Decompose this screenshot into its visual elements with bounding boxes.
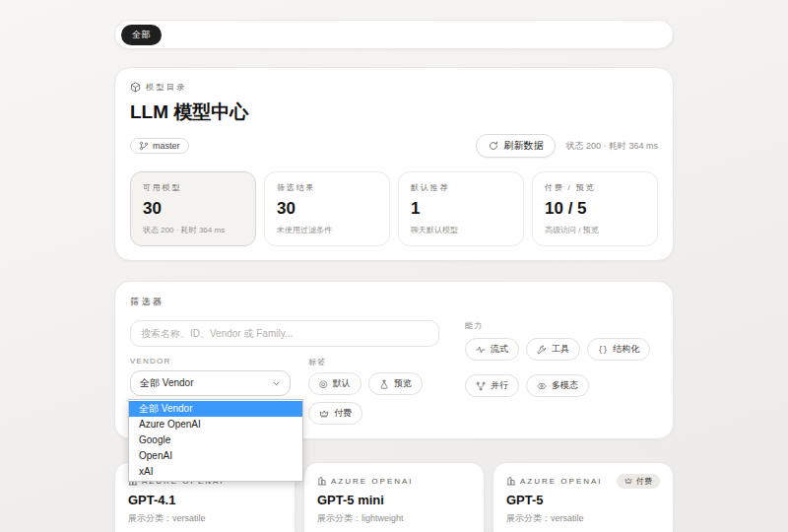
stat-value: 30 xyxy=(277,199,377,219)
eye-icon xyxy=(537,381,547,391)
fork-icon xyxy=(476,381,486,391)
refresh-button-label: 刷新数据 xyxy=(503,139,543,153)
refresh-icon xyxy=(489,141,498,151)
stat-card-paid-preview: 付费 / 预览 10 / 5 高级访问 / 预览 xyxy=(532,171,658,246)
building-icon xyxy=(506,476,516,486)
vendor-name: AZURE OPENAI xyxy=(331,477,414,486)
vendor-option-azure-openai[interactable]: Azure OpenAI xyxy=(129,417,302,432)
model-category: 展示分类：lightweight xyxy=(317,512,471,525)
model-title: GPT-5 xyxy=(506,493,660,507)
capability-chip-label: 并行 xyxy=(491,379,508,392)
catalog-eyebrow: 模型目录 xyxy=(130,82,658,93)
search-input[interactable] xyxy=(130,320,439,347)
vendor-select[interactable]: 全部 Vendor xyxy=(130,370,291,396)
vendor-label: VENDOR xyxy=(130,357,291,366)
crown-icon xyxy=(319,409,329,419)
git-branch-icon xyxy=(139,141,149,151)
stat-value: 1 xyxy=(411,199,511,219)
page: 全部 模型目录 LLM 模型中心 master 刷新数据 xyxy=(114,0,674,532)
crown-icon xyxy=(624,477,632,485)
branch-badge-label: master xyxy=(153,141,180,151)
stat-card-available: 可用模型 30 状态 200 · 耗时 364 ms xyxy=(130,171,256,246)
all-filter-button[interactable]: 全部 xyxy=(121,25,162,45)
paid-badge-label: 付费 xyxy=(636,476,652,487)
tag-chip-label: 预览 xyxy=(394,377,412,390)
stat-label: 付费 / 预览 xyxy=(545,182,645,193)
stat-label: 筛选结果 xyxy=(277,182,377,193)
capabilities-label: 能力 xyxy=(465,320,658,331)
capability-chip-stream[interactable]: 流式 xyxy=(465,338,519,361)
tags-label: 标签 xyxy=(308,357,439,367)
branch-badge: master xyxy=(130,138,189,154)
target-icon xyxy=(319,379,328,389)
vendor-option-openai[interactable]: OpenAI xyxy=(129,448,302,464)
capability-chip-multimodal[interactable]: 多模态 xyxy=(526,374,589,397)
model-title: GPT-4.1 xyxy=(128,493,282,507)
capability-chip-tools[interactable]: 工具 xyxy=(526,338,580,361)
vendor-select-value: 全部 Vendor xyxy=(140,376,193,390)
chevron-down-icon xyxy=(272,379,281,388)
capability-chip-label: 结构化 xyxy=(613,343,639,356)
vendor-option-google[interactable]: Google xyxy=(129,432,302,448)
capability-chip-label: 多模态 xyxy=(552,379,578,392)
stat-card-filtered: 筛选结果 30 未使用过滤条件 xyxy=(264,171,390,246)
refresh-button[interactable]: 刷新数据 xyxy=(476,134,556,158)
stat-sub: 状态 200 · 耗时 364 ms xyxy=(143,225,243,235)
tag-chip-label: 默认 xyxy=(333,377,351,390)
filters-panel: 筛选器 VENDOR 全部 Vendor xyxy=(114,281,674,439)
building-icon xyxy=(317,476,327,486)
model-card-gpt-5[interactable]: AZURE OPENAI 付费 GPT-5 展示分类：versatile gpt… xyxy=(492,462,674,532)
stat-value: 30 xyxy=(143,199,243,219)
pulse-icon xyxy=(476,345,486,355)
page-title: LLM 模型中心 xyxy=(130,100,658,125)
model-category: 展示分类：versatile xyxy=(506,512,660,525)
capability-chip-parallel[interactable]: 并行 xyxy=(465,374,519,397)
capability-chip-structured[interactable]: {} 结构化 xyxy=(587,338,650,361)
vendor-name: AZURE OPENAI xyxy=(520,477,603,486)
top-filter-bar: 全部 xyxy=(114,20,674,49)
stat-sub: 聊天默认模型 xyxy=(411,225,511,235)
filters-title: 筛选器 xyxy=(130,296,658,308)
model-title: GPT-5 mini xyxy=(317,493,471,507)
tag-chip-default[interactable]: 默认 xyxy=(308,372,361,395)
tag-chip-preview[interactable]: 预览 xyxy=(368,372,423,395)
stat-sub: 高级访问 / 预览 xyxy=(545,225,645,235)
stats-row: 可用模型 30 状态 200 · 耗时 364 ms 筛选结果 30 未使用过滤… xyxy=(130,171,658,246)
wrench-icon xyxy=(537,345,547,355)
stat-value: 10 / 5 xyxy=(545,199,645,219)
model-category: 展示分类：versatile xyxy=(128,512,282,525)
stat-label: 默认推荐 xyxy=(411,182,511,193)
flask-icon xyxy=(379,379,389,389)
status-text: 状态 200 · 耗时 364 ms xyxy=(565,140,658,153)
catalog-box-icon xyxy=(130,82,141,93)
capability-chip-label: 流式 xyxy=(491,343,508,356)
vendor-dropdown: 全部 Vendor Azure OpenAI Google OpenAI xAI xyxy=(128,399,303,482)
vendor-option-all[interactable]: 全部 Vendor xyxy=(129,401,302,417)
vendor-option-xai[interactable]: xAI xyxy=(129,464,302,480)
tag-chip-paid[interactable]: 付费 xyxy=(308,402,362,425)
braces-icon: {} xyxy=(598,345,608,355)
stat-label: 可用模型 xyxy=(143,182,243,193)
header-panel: 模型目录 LLM 模型中心 master 刷新数据 状态 200 · 耗时 36… xyxy=(114,67,674,261)
capability-chip-label: 工具 xyxy=(552,343,569,356)
tag-chip-label: 付费 xyxy=(334,407,352,420)
paid-badge: 付费 xyxy=(617,474,660,489)
catalog-eyebrow-label: 模型目录 xyxy=(146,82,187,93)
stat-sub: 未使用过滤条件 xyxy=(277,225,377,235)
stat-card-default: 默认推荐 1 聊天默认模型 xyxy=(398,171,524,246)
model-card-gpt-5-mini[interactable]: AZURE OPENAI GPT-5 mini 展示分类：lightweight… xyxy=(303,462,485,532)
